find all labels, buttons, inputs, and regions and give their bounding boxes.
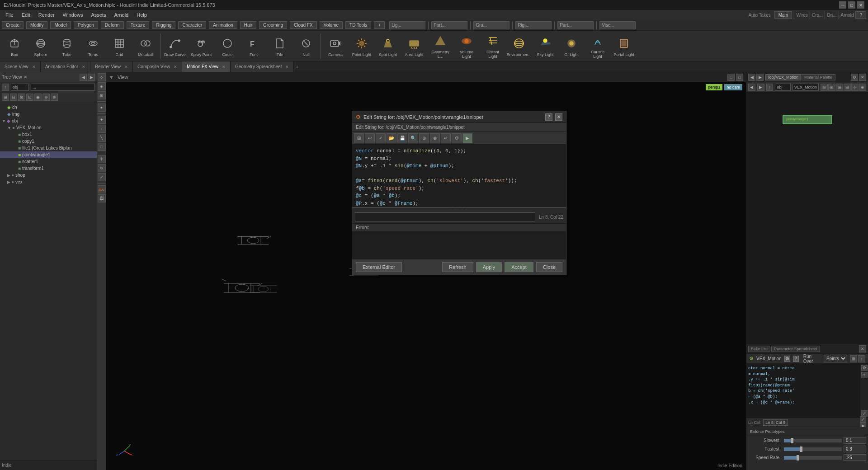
rtab-material[interactable]: Material Palette — [802, 74, 835, 80]
tree-btn5[interactable]: ◉ — [34, 94, 42, 101]
dtool-zoom-out[interactable]: ⊗ — [430, 133, 440, 143]
dtool-settings[interactable]: ⚙ — [452, 133, 462, 143]
tree-item-transform1[interactable]: ■ transform1 — [0, 165, 97, 172]
tree-item-obj[interactable]: ▼ ◆ obj — [0, 118, 97, 124]
dialog-title-bar[interactable]: ⚙ Edit String for: /obj/VEX_Motion/point… — [352, 111, 566, 123]
dialog-close-x[interactable]: ✕ — [555, 113, 562, 121]
workflow-grooming[interactable]: Grooming — [259, 21, 287, 29]
vp-toggle2[interactable]: □ — [736, 74, 743, 81]
refresh-button[interactable]: Refresh — [442, 262, 473, 272]
tool-metaball[interactable]: Metaball — [133, 32, 158, 60]
rnet-tool1[interactable]: ⊞ — [821, 84, 828, 91]
ltool-a[interactable]: abc — [98, 185, 106, 193]
tool-tube[interactable]: Tube — [54, 32, 80, 60]
tab-close-sceneview[interactable]: ✕ — [32, 65, 36, 69]
tool-envlight[interactable]: Environmen... — [506, 32, 532, 60]
tool-pointlight[interactable]: Point Light — [349, 32, 374, 60]
tab-close-geospreadsheet[interactable]: ✕ — [285, 65, 289, 69]
tool-portallight[interactable]: Portal Light — [611, 32, 637, 60]
tree-btn6[interactable]: ⊕ — [42, 94, 50, 101]
ltool-pane[interactable]: ⊞ — [98, 91, 106, 99]
workflow-model[interactable]: Model — [50, 21, 71, 29]
tree-btn1[interactable]: ⊞ — [2, 94, 9, 101]
node-pointwrangle1[interactable]: pointwrangle1 — [783, 115, 832, 124]
menu-render[interactable]: Render — [35, 11, 58, 19]
tool-spray[interactable]: Spray Paint — [189, 32, 214, 60]
close-button-dialog[interactable]: Close — [536, 262, 562, 272]
rpanel-fwd[interactable]: ▶ — [756, 74, 764, 81]
tree-item-scatter1[interactable]: ■ scatter1 — [0, 158, 97, 165]
accept-button[interactable]: Accept — [505, 262, 533, 272]
rnet-tool4[interactable]: ⊞ — [844, 84, 851, 91]
ptab-bakelist[interactable]: Bake List — [748, 346, 770, 352]
tab-composite[interactable]: Composite View ✕ — [133, 61, 182, 72]
menu-windows[interactable]: Windows — [59, 11, 87, 19]
rnet-path-obj[interactable]: obj — [775, 84, 791, 91]
tree-close[interactable]: ✕ — [24, 75, 27, 80]
vp-toggle1[interactable]: □ — [727, 74, 735, 81]
tool-arealight[interactable]: Area Light — [401, 32, 427, 60]
tree-item-vexmotion[interactable]: ▼ ● VEX_Motion — [0, 124, 97, 131]
tool-null[interactable]: Null — [293, 32, 319, 60]
ltool-points[interactable]: · — [98, 125, 106, 133]
ltool-rotate[interactable]: ↻ — [98, 164, 106, 172]
code-preview-settings[interactable]: ⚙ — [861, 365, 868, 371]
ltool-img[interactable]: 🖼 — [98, 194, 106, 202]
tree-item-copy1[interactable]: ■ copy1 — [0, 138, 97, 145]
workflow-add[interactable]: + — [374, 21, 385, 29]
dtool-search[interactable]: 🔍 — [408, 133, 418, 143]
tool-circle[interactable]: Circle — [215, 32, 240, 60]
tree-path-node[interactable]: ... — [31, 84, 95, 91]
external-editor-button[interactable]: External Editor — [356, 262, 402, 272]
tree-item-box1[interactable]: ■ box1 — [0, 131, 97, 138]
slider-slowest[interactable] — [784, 439, 842, 442]
rnet-tool3[interactable]: ⊞ — [836, 84, 843, 91]
rnet-back[interactable]: ◀ — [748, 84, 755, 91]
tab-add[interactable]: + — [294, 64, 300, 70]
ltool-faces[interactable]: □ — [98, 143, 106, 151]
tool-grid[interactable]: Grid — [107, 32, 132, 60]
ltool-pose[interactable]: ✦ — [98, 116, 106, 124]
menu-assets[interactable]: Assets — [87, 11, 109, 19]
workflow-tdtools[interactable]: TD Tools — [345, 21, 371, 29]
tree-item-file1[interactable]: ■ file1 (Great Lakes Biplan — [0, 145, 97, 151]
ptab-spreadsheet[interactable]: Parameter Spreadsheet — [771, 346, 820, 352]
workflow-deform[interactable]: Deform — [101, 21, 124, 29]
dialog-help-button[interactable]: ? — [545, 113, 552, 121]
ltool-move[interactable]: ✛ — [98, 155, 106, 163]
minimize-button[interactable]: ─ — [839, 1, 846, 9]
props-run-over-select[interactable]: Points — [824, 355, 847, 362]
workflow-rigging[interactable]: Rigging — [152, 21, 175, 29]
tool-skylight[interactable]: Sky Light — [533, 32, 558, 60]
help-btn[interactable]: ? — [855, 11, 866, 19]
props-expand[interactable]: ⊞ — [850, 355, 857, 362]
tree-btn2[interactable]: ⊟ — [10, 94, 17, 101]
slider-fastest[interactable] — [784, 447, 842, 451]
tab-close-render[interactable]: ✕ — [124, 65, 128, 69]
tool-geolight[interactable]: Geometry L... — [428, 32, 453, 60]
dialog-search-input[interactable] — [355, 212, 535, 221]
props-help[interactable]: ? — [793, 356, 799, 362]
props-settings[interactable]: ⚙ — [784, 356, 790, 362]
rnet-tool5[interactable]: ⊹ — [851, 84, 859, 91]
tree-btn7[interactable]: ⊗ — [51, 94, 58, 101]
workflow-texture[interactable]: Texture — [127, 21, 150, 29]
ltool-view[interactable]: ◈ — [98, 82, 106, 90]
menu-arnold[interactable]: Arnold — [110, 11, 132, 19]
dtool-new[interactable]: ⊞ — [354, 133, 364, 143]
tool-box[interactable]: Box — [2, 32, 27, 60]
close-button[interactable]: ✕ — [857, 1, 864, 9]
apply-button[interactable]: Apply — [476, 262, 502, 272]
tab-close-motionfx[interactable]: ✕ — [222, 65, 226, 69]
tool-file[interactable]: File — [267, 32, 292, 60]
menu-help[interactable]: Help — [133, 11, 151, 19]
dtool-open[interactable]: 📂 — [387, 133, 396, 143]
workflow-polygon[interactable]: Polygon — [74, 21, 98, 29]
tab-geospreadsheet[interactable]: Geometry Spreadsheet ✕ — [231, 61, 294, 72]
tree-nav-fwd[interactable]: ▶ — [88, 74, 95, 81]
tree-item-pointwrangle1[interactable]: ■ pointwrangle1 — [0, 151, 97, 158]
tool-causticlight[interactable]: Caustic Light — [585, 32, 610, 60]
dtool-wrap[interactable]: ↵ — [441, 133, 451, 143]
rnet-fwd[interactable]: ▶ — [757, 84, 764, 91]
workflow-hair[interactable]: Hair — [240, 21, 256, 29]
